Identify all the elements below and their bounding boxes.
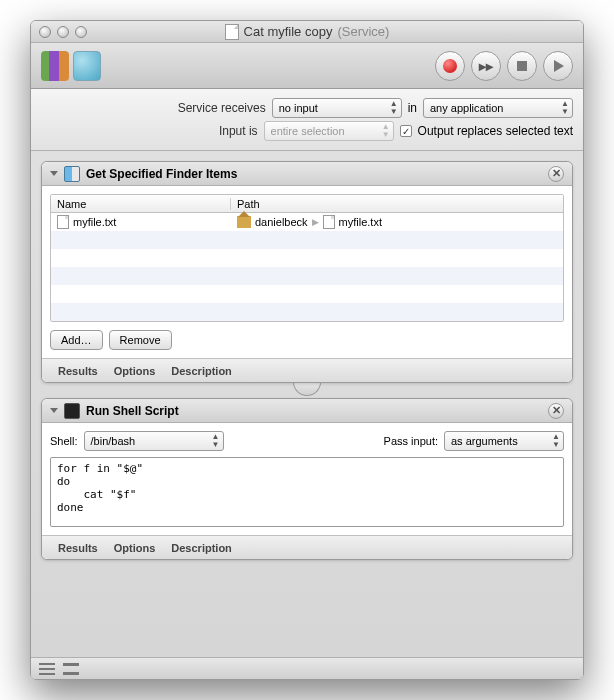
path-file: myfile.txt [339, 216, 382, 228]
pass-input-value: as arguments [451, 435, 518, 447]
script-textarea[interactable]: for f in "$@" do cat "$f" done [50, 457, 564, 527]
document-icon [225, 24, 239, 40]
record-button[interactable] [435, 51, 465, 81]
pass-input-popup[interactable]: as arguments ▲▼ [444, 431, 564, 451]
home-icon [237, 216, 251, 228]
options-tab[interactable]: Options [114, 542, 156, 554]
record-icon [443, 59, 457, 73]
close-action-button[interactable]: ✕ [548, 166, 564, 182]
toolbar: ▸▸ [31, 43, 583, 89]
receives-popup[interactable]: no input ▲▼ [272, 98, 402, 118]
in-popup[interactable]: any application ▲▼ [423, 98, 573, 118]
shell-label: Shell: [50, 435, 78, 447]
shell-value: /bin/bash [91, 435, 136, 447]
receives-label: Service receives [178, 101, 266, 115]
action-title: Get Specified Finder Items [86, 167, 237, 181]
col-path[interactable]: Path [231, 198, 563, 210]
title-suffix: (Service) [337, 24, 389, 39]
finder-icon [64, 166, 80, 182]
step-button[interactable]: ▸▸ [471, 51, 501, 81]
automator-window: Cat myfile copy (Service) ▸▸ Service rec… [30, 20, 584, 680]
step-icon: ▸▸ [479, 58, 493, 74]
action-footer: Results Options Description [42, 535, 572, 559]
terminal-icon [64, 403, 80, 419]
path-home: danielbeck [255, 216, 308, 228]
input-is-label: Input is [219, 124, 258, 138]
action-connector [293, 382, 321, 396]
add-button[interactable]: Add… [50, 330, 103, 350]
window-title: Cat myfile copy (Service) [31, 24, 583, 40]
action-header[interactable]: Run Shell Script ✕ [42, 399, 572, 423]
close-action-button[interactable]: ✕ [548, 403, 564, 419]
library-icon[interactable] [41, 51, 69, 81]
items-table: Name Path myfile.txt danielbeck [50, 194, 564, 322]
updown-icon: ▲▼ [390, 100, 398, 116]
col-name[interactable]: Name [51, 198, 231, 210]
title-text: Cat myfile copy [244, 24, 333, 39]
action-header[interactable]: Get Specified Finder Items ✕ [42, 162, 572, 186]
in-value: any application [430, 102, 503, 114]
log-view-icon[interactable] [63, 663, 79, 675]
description-tab[interactable]: Description [171, 365, 232, 377]
remove-button[interactable]: Remove [109, 330, 172, 350]
file-icon [323, 215, 335, 229]
action-shell-script: Run Shell Script ✕ Shell: /bin/bash ▲▼ P… [41, 398, 573, 560]
shell-popup[interactable]: /bin/bash ▲▼ [84, 431, 224, 451]
disclosure-triangle-icon[interactable] [50, 408, 58, 413]
play-icon [554, 60, 564, 72]
table-row[interactable]: myfile.txt danielbeck ▶ myfile.txt [51, 213, 563, 231]
input-is-popup: entire selection ▲▼ [264, 121, 394, 141]
file-name: myfile.txt [73, 216, 116, 228]
service-config: Service receives no input ▲▼ in any appl… [31, 89, 583, 151]
path-separator-icon: ▶ [312, 217, 319, 227]
input-is-value: entire selection [271, 125, 345, 137]
in-label: in [408, 101, 417, 115]
pass-input-label: Pass input: [384, 435, 438, 447]
results-tab[interactable]: Results [58, 542, 98, 554]
updown-icon: ▲▼ [561, 100, 569, 116]
description-tab[interactable]: Description [171, 542, 232, 554]
media-icon[interactable] [73, 51, 101, 81]
titlebar: Cat myfile copy (Service) [31, 21, 583, 43]
replaces-label: Output replaces selected text [418, 124, 573, 138]
action-title: Run Shell Script [86, 404, 179, 418]
results-tab[interactable]: Results [58, 365, 98, 377]
disclosure-triangle-icon[interactable] [50, 171, 58, 176]
stop-icon [517, 61, 527, 71]
updown-icon: ▲▼ [212, 433, 220, 449]
receives-value: no input [279, 102, 318, 114]
workflow-area[interactable]: Get Specified Finder Items ✕ Name Path m… [31, 151, 583, 657]
replaces-checkbox[interactable]: ✓ [400, 125, 412, 137]
updown-icon: ▲▼ [382, 123, 390, 139]
list-view-icon[interactable] [39, 663, 55, 675]
action-finder-items: Get Specified Finder Items ✕ Name Path m… [41, 161, 573, 383]
statusbar [31, 657, 583, 679]
updown-icon: ▲▼ [552, 433, 560, 449]
stop-button[interactable] [507, 51, 537, 81]
file-icon [57, 215, 69, 229]
run-button[interactable] [543, 51, 573, 81]
action-footer: Results Options Description [42, 358, 572, 382]
options-tab[interactable]: Options [114, 365, 156, 377]
